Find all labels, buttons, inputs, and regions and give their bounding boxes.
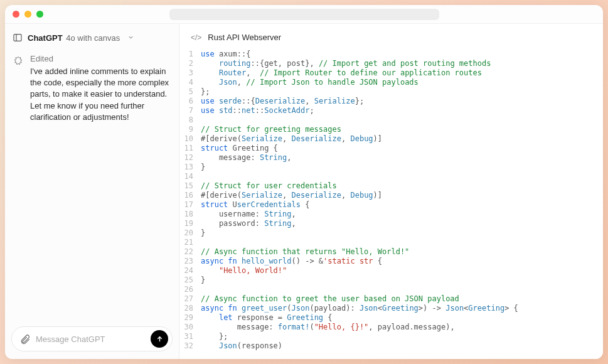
line-number: 16	[179, 191, 201, 200]
line-content[interactable]: };	[201, 332, 603, 341]
line-content[interactable]: Router, // Import Router to define our a…	[201, 68, 603, 78]
close-window-button[interactable]	[13, 11, 19, 18]
line-content[interactable]: routing::{get, post}, // Import get and …	[201, 59, 603, 68]
line-number: 21	[179, 238, 201, 247]
line-content[interactable]: }	[201, 163, 603, 172]
code-line[interactable]: 10#[derive(Serialize, Deserialize, Debug…	[179, 134, 603, 144]
line-number: 25	[179, 276, 201, 285]
canvas-header: </> Rust API Webserver	[179, 24, 603, 48]
model-name: ChatGPT 4o with canvas	[28, 33, 120, 43]
line-content[interactable]: password: String,	[201, 219, 603, 228]
sidebar-toggle-icon	[13, 33, 23, 43]
model-selector[interactable]: ChatGPT 4o with canvas	[5, 24, 179, 49]
code-line[interactable]: 31 };	[179, 332, 603, 341]
code-line[interactable]: 2 routing::{get, post}, // Import get an…	[179, 59, 603, 68]
code-line[interactable]: 28async fn greet_user(Json(payload): Jso…	[179, 304, 603, 313]
line-content[interactable]: async fn hello_world() -> &'static str {	[201, 257, 603, 266]
code-line[interactable]: 7use std::net::SocketAddr;	[179, 106, 603, 115]
code-line[interactable]: 5};	[179, 87, 603, 97]
line-content[interactable]: #[derive(Serialize, Deserialize, Debug)]	[201, 134, 603, 144]
code-line[interactable]: 1use axum::{	[179, 50, 603, 59]
line-content[interactable]	[201, 238, 603, 247]
message-composer	[11, 326, 173, 351]
line-number: 32	[179, 341, 201, 351]
line-content[interactable]: let response = Greeting {	[201, 313, 603, 323]
code-line[interactable]: 13}	[179, 163, 603, 172]
line-content[interactable]: use serde::{Deserialize, Serialize};	[201, 97, 603, 106]
line-content[interactable]: message: String,	[201, 153, 603, 163]
line-number: 18	[179, 210, 201, 219]
line-content[interactable]: use axum::{	[201, 50, 603, 59]
line-content[interactable]: struct UserCredentials {	[201, 200, 603, 210]
line-content[interactable]: #[derive(Serialize, Deserialize, Debug)]	[201, 191, 603, 200]
line-content[interactable]	[201, 285, 603, 294]
line-content[interactable]	[201, 115, 603, 125]
line-number: 23	[179, 257, 201, 266]
line-content[interactable]: username: String,	[201, 210, 603, 219]
code-line[interactable]: 18 username: String,	[179, 210, 603, 219]
line-content[interactable]: struct Greeting {	[201, 144, 603, 153]
message-input[interactable]	[36, 335, 146, 344]
code-line[interactable]: 9// Struct for greeting messages	[179, 125, 603, 134]
line-content[interactable]: }	[201, 228, 603, 238]
line-number: 5	[179, 87, 201, 97]
code-line[interactable]: 15// Struct for user credentials	[179, 181, 603, 191]
line-number: 28	[179, 304, 201, 313]
code-line[interactable]: 23async fn hello_world() -> &'static str…	[179, 257, 603, 266]
line-number: 30	[179, 323, 201, 332]
line-content[interactable]: Json(response)	[201, 341, 603, 351]
maximize-window-button[interactable]	[36, 11, 43, 18]
code-line[interactable]: 11struct Greeting {	[179, 144, 603, 153]
code-line[interactable]: 27// Async function to greet the user ba…	[179, 294, 603, 304]
attach-icon[interactable]	[19, 333, 31, 345]
code-line[interactable]: 16#[derive(Serialize, Deserialize, Debug…	[179, 191, 603, 200]
line-content[interactable]: message: format!("Hello, {}!", payload.m…	[201, 323, 603, 332]
line-content[interactable]: // Struct for user credentials	[201, 181, 603, 191]
line-number: 2	[179, 59, 201, 68]
svg-rect-0	[14, 35, 21, 41]
code-line[interactable]: 30 message: format!("Hello, {}!", payloa…	[179, 323, 603, 332]
line-number: 19	[179, 219, 201, 228]
code-line[interactable]: 14	[179, 172, 603, 181]
code-line[interactable]: 12 message: String,	[179, 153, 603, 163]
code-editor[interactable]: 1use axum::{2 routing::{get, post}, // I…	[179, 48, 603, 359]
send-button[interactable]	[151, 330, 168, 348]
code-line[interactable]: 29 let response = Greeting {	[179, 313, 603, 323]
canvas-pane: </> Rust API Webserver 1use axum::{2 rou…	[179, 24, 603, 359]
line-number: 17	[179, 200, 201, 210]
line-content[interactable]: async fn greet_user(Json(payload): Json<…	[201, 304, 603, 313]
line-content[interactable]: Json, // Import Json to handle JSON payl…	[201, 78, 603, 87]
line-content[interactable]: // Async function to greet the user base…	[201, 294, 603, 304]
line-content[interactable]: // Async function that returns "Hello, W…	[201, 247, 603, 257]
code-line[interactable]: 19 password: String,	[179, 219, 603, 228]
code-line[interactable]: 25}	[179, 276, 603, 285]
code-line[interactable]: 26	[179, 285, 603, 294]
window-controls	[13, 11, 43, 18]
code-line[interactable]: 6use serde::{Deserialize, Serialize};	[179, 97, 603, 106]
code-line[interactable]: 3 Router, // Import Router to define our…	[179, 68, 603, 78]
line-number: 8	[179, 115, 201, 125]
line-number: 11	[179, 144, 201, 153]
code-line[interactable]: 32 Json(response)	[179, 341, 603, 351]
address-bar[interactable]	[169, 9, 439, 20]
line-number: 14	[179, 172, 201, 181]
code-line[interactable]: 22// Async function that returns "Hello,…	[179, 247, 603, 257]
code-line[interactable]: 17struct UserCredentials {	[179, 200, 603, 210]
code-line[interactable]: 4 Json, // Import Json to handle JSON pa…	[179, 78, 603, 87]
code-line[interactable]: 24 "Hello, World!"	[179, 266, 603, 276]
code-line[interactable]: 20}	[179, 228, 603, 238]
line-content[interactable]: // Struct for greeting messages	[201, 125, 603, 134]
line-content[interactable]: "Hello, World!"	[201, 266, 603, 276]
assistant-avatar-icon	[13, 55, 24, 67]
line-content[interactable]: }	[201, 276, 603, 285]
line-number: 3	[179, 68, 201, 78]
chat-pane: ChatGPT 4o with canvas Edited I've added…	[5, 24, 179, 359]
code-line[interactable]: 21	[179, 238, 603, 247]
minimize-window-button[interactable]	[24, 11, 31, 18]
line-number: 10	[179, 134, 201, 144]
line-content[interactable]	[201, 172, 603, 181]
code-line[interactable]: 8	[179, 115, 603, 125]
line-content[interactable]: };	[201, 87, 603, 97]
line-number: 27	[179, 294, 201, 304]
line-content[interactable]: use std::net::SocketAddr;	[201, 106, 603, 115]
